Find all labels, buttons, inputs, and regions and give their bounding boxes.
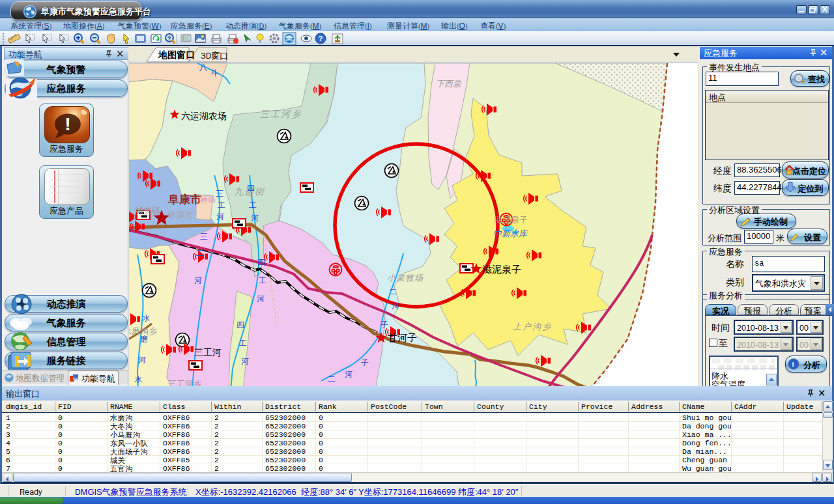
svg-text:三工河乡: 三工河乡 — [260, 109, 302, 120]
svg-text:河: 河 — [345, 369, 352, 380]
svg-text:上户沟乡: 上户沟乡 — [513, 321, 552, 332]
svg-text:子: 子 — [361, 357, 369, 368]
svg-text:河: 河 — [194, 275, 202, 286]
svg-text:!: ! — [65, 113, 70, 134]
svg-text:斗: 斗 — [210, 68, 218, 78]
svg-text:?: ? — [167, 35, 171, 42]
svg-text:河: 河 — [138, 355, 146, 365]
svg-text:四: 四 — [237, 320, 244, 330]
svg-text:八: 八 — [199, 63, 207, 73]
svg-text:神场: 神场 — [199, 195, 216, 205]
svg-text:子: 子 — [381, 320, 388, 330]
svg-text:三: 三 — [200, 231, 208, 242]
svg-text:三: 三 — [216, 188, 223, 199]
svg-text:三工河: 三工河 — [194, 347, 222, 358]
svg-text:河: 河 — [251, 213, 259, 223]
svg-text:i: i — [792, 360, 794, 368]
svg-text:工: 工 — [239, 338, 247, 348]
svg-text:河: 河 — [392, 301, 399, 311]
svg-text:城关镇: 城关镇 — [135, 205, 160, 216]
svg-text:水: 水 — [142, 313, 150, 324]
svg-text:下西泉: 下西泉 — [436, 78, 461, 89]
svg-text:水: 水 — [134, 374, 142, 385]
svg-text:阜康市: 阜康市 — [167, 193, 201, 206]
svg-text:?: ? — [319, 35, 323, 42]
svg-text:四: 四 — [257, 257, 265, 268]
svg-text:工: 工 — [218, 200, 225, 210]
svg-text:滋泥泉子: 滋泥泉子 — [494, 214, 528, 225]
svg-text:河: 河 — [257, 294, 265, 304]
svg-text:滋泥泉子: 滋泥泉子 — [482, 264, 521, 275]
svg-text:六运湖农场: 六运湖农场 — [181, 111, 227, 122]
svg-text:工: 工 — [249, 200, 257, 210]
svg-text:工: 工 — [259, 275, 266, 286]
svg-text:磨: 磨 — [140, 334, 148, 344]
svg-text:甘河子: 甘河子 — [388, 332, 417, 344]
svg-text:小泉牧场: 小泉牧场 — [387, 272, 424, 283]
svg-text:工: 工 — [196, 248, 204, 259]
svg-text:中新水库: 中新水库 — [493, 228, 528, 239]
svg-text:河: 河 — [216, 212, 224, 222]
svg-text:二: 二 — [389, 287, 397, 297]
svg-text:四: 四 — [247, 183, 255, 193]
svg-text:二: 二 — [328, 374, 336, 384]
svg-text:河: 河 — [241, 356, 249, 367]
svg-text:阜康市: 阜康市 — [167, 210, 194, 221]
